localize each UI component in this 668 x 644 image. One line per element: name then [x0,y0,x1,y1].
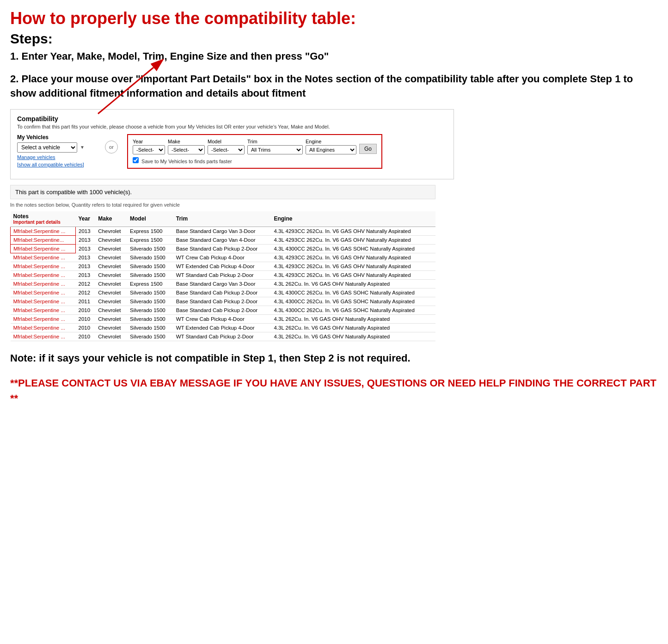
engine-select[interactable]: All Engines [306,145,356,154]
manage-vehicles-link[interactable]: Manage vehicles [17,154,96,160]
make-field: Make -Select- [168,139,205,154]
go-button[interactable]: Go [359,144,377,154]
compat-subtitle: To confirm that this part fits your vehi… [17,124,447,129]
cell-year: 2012 [76,279,96,288]
cell-make: Chevrolet [95,244,127,253]
col-trim: Trim [173,211,271,227]
cell-year: 2010 [76,332,96,341]
table-row: Mfrlabel:Serpentine ... 2010 Chevrolet S… [11,306,436,314]
cell-engine: 4.3L 4293CC 262Cu. In. V6 GAS OHV Natura… [271,262,435,270]
cell-notes: Mfrlabel:Serpentine ... [11,288,76,297]
trim-label: Trim [247,139,303,144]
compat-info-bar: This part is compatible with 1000 vehicl… [10,185,435,199]
quantity-note: In the notes section below, Quantity ref… [10,202,454,208]
cell-notes: Mfrlabel:Serpentine ... [11,332,76,341]
trim-select[interactable]: All Trims [247,145,303,154]
contact-text: **PLEASE CONTACT US VIA EBAY MESSAGE IF … [10,375,658,406]
cell-notes: Mfrlabel:Serpentine ... [11,314,76,323]
cell-trim: WT Crew Cab Pickup 4-Door [173,314,271,323]
cell-model: Express 1500 [127,279,173,288]
table-row: Mfrlabel:Serpentine ... 2010 Chevrolet S… [11,332,436,341]
note-text: Note: if it says your vehicle is not com… [10,351,658,366]
cell-make: Chevrolet [95,332,127,341]
cell-trim: Base Standard Cargo Van 3-Door [173,279,271,288]
model-field: Model -Select- [208,139,245,154]
cell-year: 2011 [76,297,96,306]
cell-engine: 4.3L 262Cu. In. V6 GAS OHV Naturally Asp… [271,279,435,288]
cell-engine: 4.3L 4293CC 262Cu. In. V6 GAS OHV Natura… [271,270,435,279]
cell-engine: 4.3L 4293CC 262Cu. In. V6 GAS OHV Natura… [271,235,435,244]
compat-table: Notes Important part details Year Make M… [10,211,435,341]
cell-year: 2013 [76,262,96,270]
compatibility-wrapper: Compatibility To confirm that this part … [10,109,454,341]
year-select[interactable]: -Select- [133,145,165,154]
cell-engine: 4.3L 4300CC 262Cu. In. V6 GAS SOHC Natur… [271,244,435,253]
col-engine: Engine [271,211,435,227]
table-row: Mfrlabel:Serpentine ... 2013 Chevrolet S… [11,270,436,279]
cell-engine: 4.3L 4300CC 262Cu. In. V6 GAS SOHC Natur… [271,297,435,306]
step2-text: 2. Place your mouse over "Important Part… [10,72,658,101]
cell-trim: WT Crew Cab Pickup 4-Door [173,253,271,262]
or-divider: or [105,141,118,153]
year-label: Year [133,139,165,144]
cell-notes: Mfrlabel:Serpentine ... [11,262,76,270]
table-header-row: Notes Important part details Year Make M… [11,211,436,227]
cell-engine: 4.3L 4293CC 262Cu. In. V6 GAS OHV Natura… [271,227,435,235]
vehicle-select[interactable]: Select a vehicle [17,142,77,153]
cell-make: Chevrolet [95,323,127,332]
col-notes: Notes Important part details [11,211,76,227]
cell-notes: Mfrlabel:Serpentine ... [11,279,76,288]
compatibility-box: Compatibility To confirm that this part … [10,109,454,179]
cell-notes: Mfrlabel:Serpentine ... [11,270,76,279]
table-row: Mfrlabel:Serpentine... 2013 Chevrolet Ex… [11,235,436,244]
show-all-link[interactable]: [show all compatible vehicles] [17,162,96,167]
col-make: Make [95,211,127,227]
cell-model: Express 1500 [127,227,173,235]
cell-make: Chevrolet [95,270,127,279]
my-vehicles-section: My Vehicles Select a vehicle ▼ Manage ve… [17,134,96,167]
cell-make: Chevrolet [95,297,127,306]
cell-make: Chevrolet [95,279,127,288]
cell-trim: Base Standard Cab Pickup 2-Door [173,297,271,306]
cell-engine: 4.3L 262Cu. In. V6 GAS OHV Naturally Asp… [271,332,435,341]
save-text: Save to My Vehicles to finds parts faste… [141,159,232,164]
cell-year: 2010 [76,323,96,332]
table-row: Mfrlabel:Serpentine ... 2013 Chevrolet E… [11,227,436,235]
cell-trim: WT Standard Cab Pickup 2-Door [173,332,271,341]
cell-year: 2013 [76,253,96,262]
model-select[interactable]: -Select- [208,145,245,154]
cell-year: 2010 [76,306,96,314]
cell-make: Chevrolet [95,253,127,262]
table-row: Mfrlabel:Serpentine ... 2011 Chevrolet S… [11,297,436,306]
cell-model: Silverado 1500 [127,314,173,323]
save-checkbox[interactable] [133,157,139,163]
cell-model: Express 1500 [127,235,173,244]
cell-make: Chevrolet [95,306,127,314]
cell-notes: Mfrlabel:Serpentine ... [11,306,76,314]
cell-year: 2013 [76,244,96,253]
cell-engine: 4.3L 262Cu. In. V6 GAS OHV Naturally Asp… [271,314,435,323]
table-row: Mfrlabel:Serpentine ... 2012 Chevrolet E… [11,279,436,288]
make-select[interactable]: -Select- [168,145,205,154]
table-row: Mfrlabel:Serpentine ... 2012 Chevrolet S… [11,288,436,297]
cell-trim: Base Standard Cab Pickup 2-Door [173,288,271,297]
cell-year: 2012 [76,288,96,297]
make-label: Make [168,139,205,144]
cell-trim: Base Standard Cab Pickup 2-Door [173,306,271,314]
step1-text: 1. Enter Year, Make, Model, Trim, Engine… [10,49,658,64]
my-vehicles-label: My Vehicles [17,134,96,141]
table-row: Mfrlabel:Serpentine ... 2013 Chevrolet S… [11,244,436,253]
cell-notes: Mfrlabel:Serpentine ... [11,244,76,253]
save-row: Save to My Vehicles to finds parts faste… [133,157,377,164]
steps-heading: Steps: [10,31,658,47]
table-row: Mfrlabel:Serpentine ... 2010 Chevrolet S… [11,314,436,323]
cell-model: Silverado 1500 [127,297,173,306]
cell-make: Chevrolet [95,262,127,270]
cell-model: Silverado 1500 [127,253,173,262]
cell-trim: WT Extended Cab Pickup 4-Door [173,323,271,332]
cell-year: 2010 [76,314,96,323]
engine-field: Engine All Engines [306,139,356,154]
table-row: Mfrlabel:Serpentine ... 2013 Chevrolet S… [11,253,436,262]
main-title: How to properly use the compatibility ta… [10,8,658,28]
cell-model: Silverado 1500 [127,288,173,297]
